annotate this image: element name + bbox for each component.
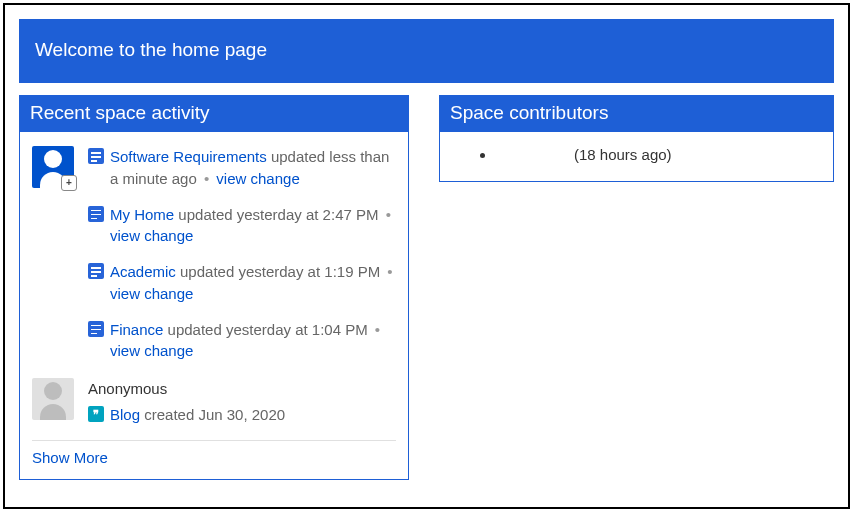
left-column: Recent space activity +	[19, 95, 409, 480]
activity-line: Finance updated yesterday at 1:04 PM • v…	[110, 319, 396, 363]
page-link[interactable]: Finance	[110, 321, 163, 338]
activity-line: Academic updated yesterday at 1:19 PM • …	[110, 261, 396, 305]
recent-activity-header: Recent space activity	[20, 96, 408, 132]
view-change-link[interactable]: view change	[110, 285, 193, 302]
contributors-panel: Space contributors (18 hours ago)	[439, 95, 834, 182]
show-more-link[interactable]: Show More	[32, 449, 108, 466]
avatar-column	[32, 378, 88, 420]
page-container: Welcome to the home page Recent space ac…	[3, 3, 850, 509]
page-icon	[88, 148, 104, 164]
separator-dot: •	[387, 263, 392, 280]
contributor-item: (18 hours ago)	[496, 146, 821, 163]
content-columns: Recent space activity +	[19, 95, 834, 480]
recent-activity-panel: Recent space activity +	[19, 95, 409, 480]
contributors-body: (18 hours ago)	[440, 132, 833, 181]
page-icon	[88, 206, 104, 222]
separator-dot: •	[386, 206, 391, 223]
activity-line: My Home updated yesterday at 2:47 PM • v…	[110, 204, 396, 248]
blog-icon: ❞	[88, 406, 104, 422]
contributors-title: Space contributors	[450, 102, 608, 123]
activity-line: Blog created Jun 30, 2020	[110, 404, 285, 426]
anonymous-avatar-icon	[32, 378, 74, 420]
page-link[interactable]: Blog	[110, 406, 140, 423]
avatar-add-badge-icon: +	[61, 175, 77, 191]
right-column: Space contributors (18 hours ago)	[439, 95, 834, 480]
recent-activity-title: Recent space activity	[30, 102, 210, 123]
contributor-time: (18 hours ago)	[574, 146, 672, 163]
author-entries: Anonymous ❞ Blog created Jun 30, 2020	[88, 378, 396, 426]
activity-entry: Software Requirements updated less than …	[88, 146, 396, 190]
activity-meta: updated yesterday at 1:04 PM	[168, 321, 368, 338]
activity-group: + Software Requirements updated less tha…	[32, 146, 396, 376]
entries-list: Software Requirements updated less than …	[88, 146, 396, 376]
activity-meta: created Jun 30, 2020	[144, 406, 285, 423]
activity-meta: updated yesterday at 1:19 PM	[180, 263, 380, 280]
page-link[interactable]: Academic	[110, 263, 176, 280]
author-name: Anonymous	[88, 378, 396, 400]
page-link[interactable]: My Home	[110, 206, 174, 223]
contributors-list: (18 hours ago)	[452, 146, 821, 163]
contributors-header: Space contributors	[440, 96, 833, 132]
banner: Welcome to the home page	[19, 19, 834, 83]
page-icon	[88, 321, 104, 337]
user-avatar-icon: +	[32, 146, 74, 188]
activity-entry: Finance updated yesterday at 1:04 PM • v…	[88, 319, 396, 363]
activity-meta: updated yesterday at 2:47 PM	[178, 206, 378, 223]
page-icon	[88, 263, 104, 279]
divider	[32, 440, 396, 441]
activity-line: Software Requirements updated less than …	[110, 146, 396, 190]
recent-activity-body: + Software Requirements updated less tha…	[20, 132, 408, 479]
separator-dot: •	[204, 170, 209, 187]
activity-author-group: Anonymous ❞ Blog created Jun 30, 2020	[32, 378, 396, 426]
separator-dot: •	[375, 321, 380, 338]
banner-title: Welcome to the home page	[35, 39, 267, 60]
page-link[interactable]: Software Requirements	[110, 148, 267, 165]
activity-entry: Academic updated yesterday at 1:19 PM • …	[88, 261, 396, 305]
activity-entry: ❞ Blog created Jun 30, 2020	[88, 404, 396, 426]
view-change-link[interactable]: view change	[110, 342, 193, 359]
view-change-link[interactable]: view change	[110, 227, 193, 244]
view-change-link[interactable]: view change	[216, 170, 299, 187]
activity-entry: My Home updated yesterday at 2:47 PM • v…	[88, 204, 396, 248]
avatar-column: +	[32, 146, 88, 188]
